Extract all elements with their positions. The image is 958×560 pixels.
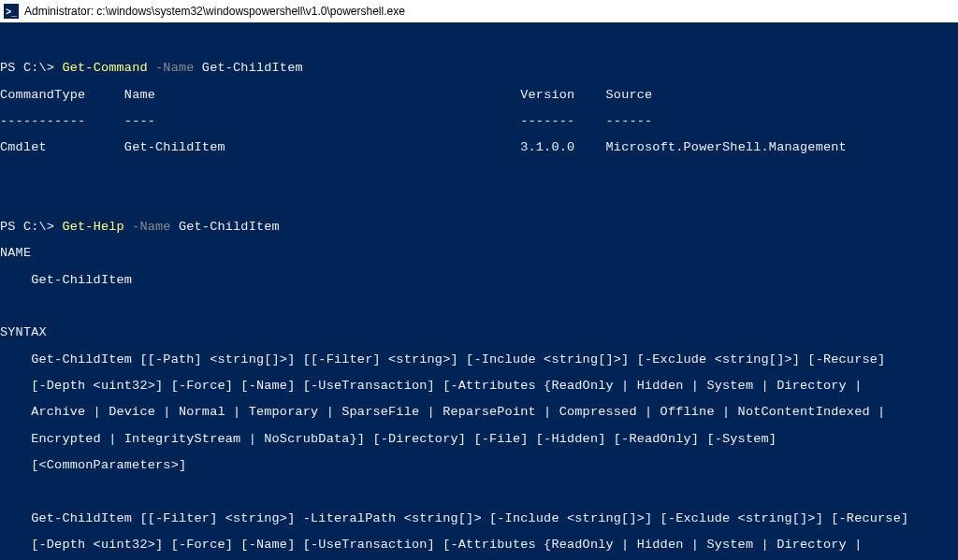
window-titlebar[interactable]: >_ Administrator: c:\windows\system32\wi…: [0, 0, 958, 22]
help-syntax-line: Encrypted | IntegrityStream | NoScrubDat…: [0, 433, 958, 446]
help-syntax-header: SYNTAX: [0, 326, 958, 339]
help-syntax-line: [-Depth <uint32>] [-Force] [-Name] [-Use…: [0, 538, 958, 552]
help-syntax-line: Get-ChildItem [[-Path] <string[]>] [[-Fi…: [0, 353, 958, 366]
help-name-value: Get-ChildItem: [0, 274, 958, 287]
terminal-output[interactable]: PS C:\> Get-Command -Name Get-ChildItem …: [0, 22, 958, 560]
command-line-2: PS C:\> Get-Help -Name Get-ChildItem: [0, 221, 958, 234]
powershell-icon: >_: [4, 4, 19, 19]
help-name-header: NAME: [0, 247, 958, 260]
command-line-1: PS C:\> Get-Command -Name Get-ChildItem: [0, 62, 958, 75]
help-syntax-line: [<CommonParameters>]: [0, 459, 958, 472]
help-syntax-line: Get-ChildItem [[-Filter] <string>] -Lite…: [0, 512, 958, 525]
table-header: CommandType Name Version Source: [0, 89, 958, 102]
help-syntax-line: Archive | Device | Normal | Temporary | …: [0, 406, 958, 419]
help-syntax-line: [-Depth <uint32>] [-Force] [-Name] [-Use…: [0, 380, 958, 393]
table-separator: ----------- ---- ------- ------: [0, 115, 958, 128]
window-title: Administrator: c:\windows\system32\windo…: [24, 5, 405, 18]
table-row: Cmdlet Get-ChildItem 3.1.0.0 Microsoft.P…: [0, 141, 958, 154]
